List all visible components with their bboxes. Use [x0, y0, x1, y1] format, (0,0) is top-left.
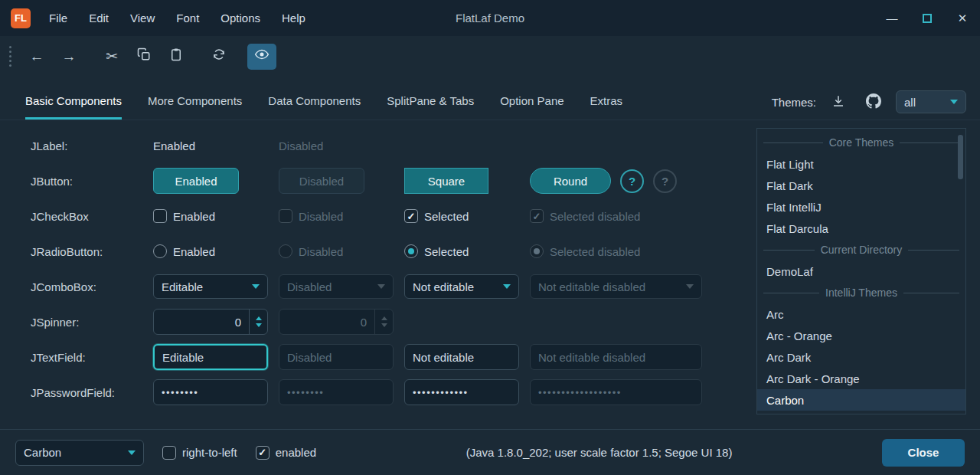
spinner-buttons	[374, 310, 393, 334]
passwordfield-enabled[interactable]	[153, 379, 268, 405]
tab-option-pane[interactable]: Option Pane	[500, 77, 564, 120]
checkbox-icon	[279, 209, 292, 223]
textfield-not-editable-disabled	[530, 344, 702, 370]
jbutton-enabled[interactable]: Enabled	[153, 168, 239, 194]
theme-item-carbon[interactable]: Carbon	[757, 389, 965, 411]
row-label-jlabel: JLabel:	[31, 139, 142, 152]
menu-options[interactable]: Options	[210, 6, 271, 30]
app-logo: FL	[11, 8, 31, 28]
menubar: File Edit View Font Options Help	[38, 6, 316, 30]
radio-selected-disabled: Selected disabled	[530, 244, 640, 258]
theme-item-arc-dark[interactable]: Arc Dark	[757, 346, 965, 368]
spinner-buttons[interactable]	[249, 310, 267, 334]
spinner-input[interactable]	[154, 310, 249, 334]
theme-combo[interactable]: Carbon	[15, 440, 144, 466]
jbutton-square[interactable]: Square	[404, 168, 488, 194]
theme-item-arc-orange[interactable]: Arc - Orange	[757, 325, 965, 346]
tab-extras[interactable]: Extras	[590, 77, 623, 120]
passwordfield-disabled	[279, 379, 394, 405]
combobox-editable[interactable]: Editable	[153, 274, 268, 299]
forward-button[interactable]: →	[54, 44, 83, 70]
jbutton-round[interactable]: Round	[530, 168, 611, 194]
checkbox-label: Disabled	[299, 210, 343, 223]
copy-button[interactable]	[129, 44, 158, 70]
tabs: Basic Components More Components Data Co…	[25, 77, 622, 120]
window-controls: — ✕	[874, 0, 980, 36]
toolbar-grip[interactable]	[9, 46, 11, 67]
radio-label: Selected disabled	[550, 245, 640, 258]
menu-font[interactable]: Font	[165, 6, 210, 30]
help-button-disabled: ?	[653, 169, 677, 193]
theme-item-arc[interactable]: Arc	[757, 303, 965, 325]
tab-basic-components[interactable]: Basic Components	[25, 77, 122, 120]
back-button[interactable]: ←	[22, 44, 51, 70]
combobox-not-editable[interactable]: Not editable	[404, 274, 519, 299]
paste-button[interactable]	[162, 44, 191, 70]
combobox-disabled: Disabled	[279, 274, 394, 299]
spinner-down-icon	[381, 323, 387, 327]
rtl-checkbox-label: right-to-left	[182, 446, 237, 459]
theme-filter-combo[interactable]: all	[896, 90, 966, 113]
tab-data-components[interactable]: Data Components	[268, 77, 361, 120]
help-button[interactable]: ?	[620, 169, 644, 193]
close-window-button[interactable]: ✕	[945, 0, 980, 36]
menu-file[interactable]: File	[38, 6, 78, 30]
theme-item-flat-darcula[interactable]: Flat Darcula	[757, 218, 965, 239]
rtl-checkbox[interactable]: right-to-left	[162, 446, 237, 460]
textfield-not-editable[interactable]	[404, 344, 519, 370]
menu-help[interactable]: Help	[271, 6, 316, 30]
cut-button[interactable]: ✂	[97, 44, 126, 70]
enabled-checkbox[interactable]: ✓ enabled	[256, 446, 316, 460]
minimize-button[interactable]: —	[874, 0, 910, 36]
checkbox-enabled[interactable]: Enabled	[153, 209, 215, 223]
show-hidden-button[interactable]	[247, 44, 276, 70]
chevron-down-icon	[686, 284, 694, 289]
theme-item-demolaf[interactable]: DemoLaf	[757, 260, 965, 282]
check-icon: ✓	[258, 447, 266, 458]
status-info: (Java 1.8.0_202; user scale factor 1.5; …	[335, 446, 864, 459]
checkbox-icon	[162, 446, 176, 460]
github-button[interactable]	[861, 90, 887, 113]
cut-icon: ✂	[106, 48, 118, 65]
passwordfield-not-editable-disabled	[530, 379, 702, 405]
maximize-button[interactable]	[910, 0, 945, 36]
close-button[interactable]: Close	[882, 439, 965, 467]
jbutton-disabled: Disabled	[279, 168, 364, 194]
close-icon: ✕	[958, 11, 968, 25]
enabled-checkbox-label: enabled	[276, 446, 316, 459]
forward-icon: →	[62, 48, 77, 65]
tab-splitpane-tabs[interactable]: SplitPane & Tabs	[387, 77, 474, 120]
scrollbar-thumb[interactable]	[958, 135, 963, 179]
tab-more-components[interactable]: More Components	[148, 77, 242, 120]
spinner-down-icon	[256, 323, 262, 327]
radio-enabled[interactable]: Enabled	[153, 244, 215, 258]
theme-separator: Current Directory	[757, 239, 965, 260]
refresh-button[interactable]	[204, 44, 234, 70]
bottom-bar: Carbon right-to-left ✓ enabled (Java 1.8…	[0, 429, 980, 475]
theme-item-flat-dark[interactable]: Flat Dark	[757, 175, 965, 196]
radio-selected[interactable]: Selected	[404, 244, 469, 258]
check-icon: ✓	[533, 211, 541, 222]
spinner-disabled	[279, 309, 394, 335]
window-title: FlatLaf Demo	[456, 11, 524, 25]
passwordfield-not-editable[interactable]	[404, 379, 519, 405]
theme-item-flat-light[interactable]: Flat Light	[757, 153, 965, 175]
theme-item-arc-dark-orange[interactable]: Arc Dark - Orange	[757, 368, 965, 389]
spinner-input	[279, 310, 374, 334]
check-icon: ✓	[407, 211, 416, 222]
row-label-jradiobutton: JRadioButton:	[31, 245, 142, 258]
combobox-value: Disabled	[287, 280, 332, 293]
theme-item-flat-intellij[interactable]: Flat IntelliJ	[757, 196, 965, 218]
menu-view[interactable]: View	[119, 6, 165, 30]
menu-edit[interactable]: Edit	[78, 6, 119, 30]
chevron-down-icon	[377, 284, 385, 289]
window: FL File Edit View Font Options Help Flat…	[0, 0, 980, 475]
checkbox-label: Selected	[424, 210, 469, 223]
checkbox-disabled: Disabled	[279, 209, 343, 223]
checkbox-selected[interactable]: ✓ Selected	[404, 209, 469, 223]
combobox-value: Not editable	[413, 280, 474, 293]
download-theme-button[interactable]	[825, 90, 851, 113]
textfield-editable[interactable]	[153, 344, 268, 370]
themes-label: Themes:	[772, 96, 816, 109]
spinner-enabled[interactable]	[153, 309, 268, 335]
